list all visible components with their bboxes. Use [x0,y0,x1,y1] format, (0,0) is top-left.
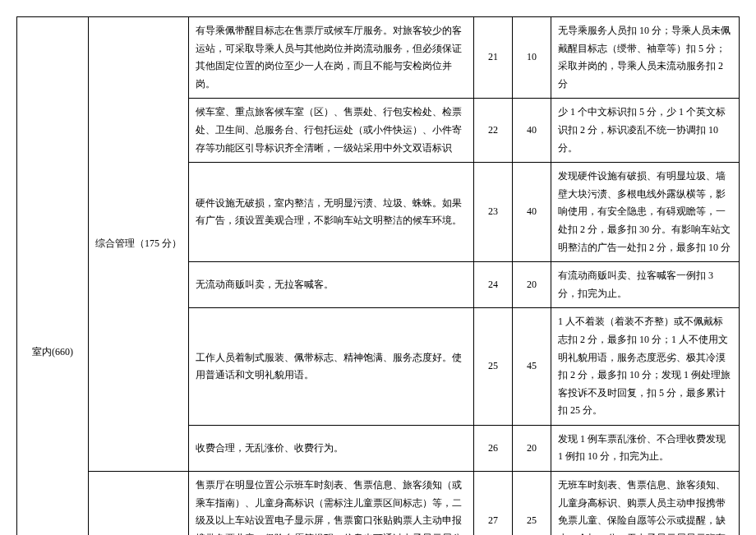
desc-cell: 候车室、重点旅客候车室（区）、售票处、行包安检处、检票处、卫生间、总服务台、行包… [189,99,474,163]
num-cell: 26 [474,425,513,471]
ded-cell: 有流动商贩叫卖、拉客喊客一例扣 3 分，扣完为止。 [551,262,740,308]
desc-cell: 无流动商贩叫卖，无拉客喊客。 [189,262,474,308]
num-cell: 22 [474,99,513,163]
ded-cell: 无导乘服务人员扣 10 分；导乘人员未佩戴醒目标志（绶带、袖章等）扣 5 分；采… [551,17,740,99]
desc-cell: 硬件设施无破损，室内整洁，无明显污渍、垃圾、蛛蛛。如果有广告，须设置美观合理，不… [189,163,474,262]
category-2b-cell: 售票厅（85 分） [89,472,189,535]
num-cell: 25 [474,308,513,426]
table-row: 售票厅（85 分） 售票厅在明显位置公示班车时刻表、售票信息、旅客须知（或乘车指… [17,472,740,535]
desc-cell: 收费合理，无乱涨价、收费行为。 [189,425,474,471]
desc-cell: 有导乘佩带醒目标志在售票厅或候车厅服务。对旅客较少的客运站，可采取导乘人员与其他… [189,17,474,99]
ded-cell: 少 1 个中文标识扣 5 分，少 1 个英文标识扣 2 分，标识凌乱不统一协调扣… [551,99,740,163]
pts-cell: 10 [513,17,551,99]
pts-cell: 20 [513,262,551,308]
pts-cell: 20 [513,425,551,471]
desc-cell: 售票厅在明显位置公示班车时刻表、售票信息、旅客须知（或乘车指南）、儿童身高标识（… [189,472,474,535]
num-cell: 23 [474,163,513,262]
desc-cell: 工作人员着制式服装、佩带标志、精神饱满、服务态度好。使用普通话和文明礼貌用语。 [189,308,474,426]
num-cell: 27 [474,472,513,535]
ded-cell: 无班车时刻表、售票信息、旅客须知、儿童身高标识、购票人员主动申报携带免票儿童、保… [551,472,740,535]
pts-cell: 25 [513,472,551,535]
evaluation-table: 室内(660) 综合管理（175 分） 有导乘佩带醒目标志在售票厅或候车厅服务。… [16,16,740,535]
pts-cell: 40 [513,163,551,262]
table-row: 室内(660) 综合管理（175 分） 有导乘佩带醒目标志在售票厅或候车厅服务。… [17,17,740,99]
ded-cell: 发现 1 例车票乱涨价、不合理收费发现 1 例扣 10 分，扣完为止。 [551,425,740,471]
ded-cell: 1 人不着装（着装不齐整）或不佩戴标志扣 2 分，最多扣 10 分；1 人不使用… [551,308,740,426]
pts-cell: 40 [513,99,551,163]
num-cell: 21 [474,17,513,99]
pts-cell: 45 [513,308,551,426]
category-2a-cell: 综合管理（175 分） [89,17,189,472]
category-1-cell: 室内(660) [17,17,89,536]
num-cell: 24 [474,262,513,308]
ded-cell: 发现硬件设施有破损、有明显垃圾、墙壁大块污渍、多根电线外露纵横等，影响使用，有安… [551,163,740,262]
